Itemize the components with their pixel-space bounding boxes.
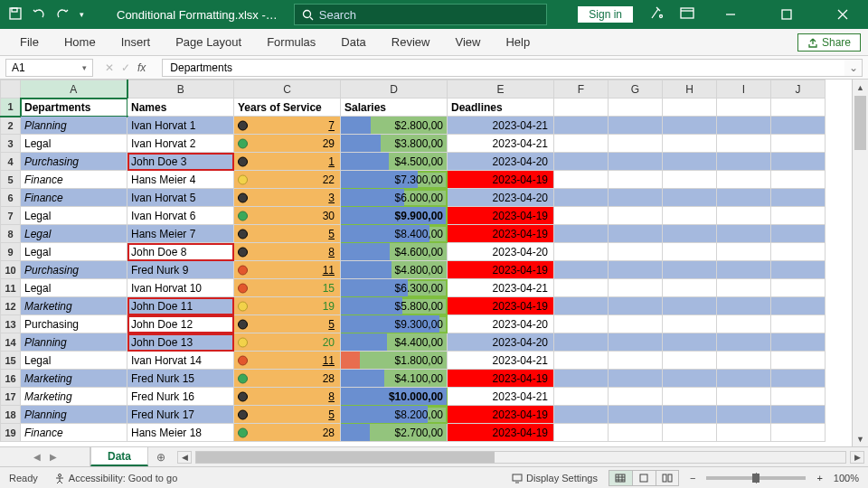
empty-cell[interactable]	[717, 333, 771, 352]
scroll-right-icon[interactable]: ▶	[850, 451, 864, 464]
cell-salary[interactable]: $9.900,00	[341, 207, 448, 225]
row-header-12[interactable]: 12	[1, 297, 21, 315]
empty-cell[interactable]	[609, 279, 663, 297]
display-settings[interactable]: Display Settings	[512, 473, 598, 483]
cell-years[interactable]: 1	[234, 153, 341, 171]
empty-cell[interactable]	[717, 424, 771, 442]
name-box[interactable]: A1▾	[5, 59, 93, 77]
empty-cell[interactable]	[717, 207, 771, 225]
ribbon-tab-insert[interactable]: Insert	[108, 29, 164, 55]
row-header-8[interactable]: 8	[1, 225, 21, 243]
empty-cell[interactable]	[771, 189, 826, 207]
cell-years[interactable]: 11	[234, 352, 341, 370]
header-years-of-service[interactable]: Years of Service	[234, 99, 341, 117]
empty-cell[interactable]	[554, 189, 609, 207]
empty-cell[interactable]	[717, 370, 771, 388]
cell-name[interactable]: John Doe 8	[127, 243, 234, 261]
cell-dept[interactable]: Planning	[21, 406, 127, 424]
empty-cell[interactable]	[717, 352, 771, 370]
col-header-E[interactable]: E	[448, 80, 554, 99]
expand-formula-bar-icon[interactable]: ⌄	[844, 59, 863, 77]
empty-cell[interactable]	[554, 207, 609, 225]
cell-deadline[interactable]: 2023-04-19	[448, 370, 554, 388]
ribbon-tab-home[interactable]: Home	[52, 29, 108, 55]
cell-salary[interactable]: $6.300,00	[341, 279, 448, 297]
cell-years[interactable]: 15	[234, 279, 341, 297]
cell-name[interactable]: John Doe 3	[127, 153, 234, 171]
zoom-in-button[interactable]: +	[816, 473, 822, 483]
cell-dept[interactable]: Legal	[21, 243, 127, 261]
cell-dept[interactable]: Purchasing	[21, 261, 127, 279]
empty-cell[interactable]	[663, 135, 717, 153]
empty-cell[interactable]	[663, 99, 717, 117]
empty-cell[interactable]	[554, 135, 609, 153]
empty-cell[interactable]	[717, 243, 771, 261]
empty-cell[interactable]	[663, 261, 717, 279]
ribbon-tab-data[interactable]: Data	[328, 29, 378, 55]
vertical-scroll-thumb[interactable]	[854, 96, 866, 150]
cell-years[interactable]: 7	[234, 117, 341, 135]
cell-dept[interactable]: Legal	[21, 135, 127, 153]
redo-icon[interactable]	[56, 7, 69, 23]
ribbon-tab-view[interactable]: View	[442, 29, 493, 55]
cell-deadline[interactable]: 2023-04-19	[448, 406, 554, 424]
empty-cell[interactable]	[554, 315, 609, 333]
cell-name[interactable]: Fred Nurk 15	[127, 370, 234, 388]
col-header-J[interactable]: J	[771, 80, 826, 99]
empty-cell[interactable]	[771, 117, 826, 135]
cell-deadline[interactable]: 2023-04-19	[448, 261, 554, 279]
row-header-17[interactable]: 17	[1, 388, 21, 406]
cell-name[interactable]: Hans Meier 18	[127, 424, 234, 442]
cell-salary[interactable]: $8.200,00	[341, 406, 448, 424]
zoom-slider[interactable]	[706, 476, 806, 480]
row-header-2[interactable]: 2	[1, 117, 21, 135]
cell-name[interactable]: John Doe 13	[127, 333, 234, 352]
empty-cell[interactable]	[554, 117, 609, 135]
empty-cell[interactable]	[609, 352, 663, 370]
empty-cell[interactable]	[554, 225, 609, 243]
cell-dept[interactable]: Finance	[21, 424, 127, 442]
horizontal-scrollbar[interactable]	[195, 451, 846, 464]
col-header-B[interactable]: B	[127, 80, 234, 99]
cell-dept[interactable]: Planning	[21, 333, 127, 352]
scroll-down-icon[interactable]: ▼	[853, 431, 868, 446]
cell-dept[interactable]: Finance	[21, 171, 127, 189]
empty-cell[interactable]	[771, 171, 826, 189]
cell-years[interactable]: 5	[234, 225, 341, 243]
empty-cell[interactable]	[554, 279, 609, 297]
cell-years[interactable]: 19	[234, 297, 341, 315]
row-header-16[interactable]: 16	[1, 370, 21, 388]
cell-salary[interactable]: $4.400,00	[341, 333, 448, 352]
empty-cell[interactable]	[771, 153, 826, 171]
cell-deadline[interactable]: 2023-04-21	[448, 388, 554, 406]
cell-years[interactable]: 22	[234, 171, 341, 189]
share-button[interactable]: Share	[797, 33, 861, 52]
cancel-formula-icon[interactable]: ✕	[105, 61, 114, 74]
ribbon-tab-review[interactable]: Review	[379, 29, 443, 55]
empty-cell[interactable]	[663, 189, 717, 207]
empty-cell[interactable]	[554, 424, 609, 442]
col-header-D[interactable]: D	[341, 80, 448, 99]
sheet-tab-data[interactable]: Data	[90, 447, 148, 466]
empty-cell[interactable]	[771, 243, 826, 261]
empty-cell[interactable]	[609, 135, 663, 153]
row-header-9[interactable]: 9	[1, 243, 21, 261]
empty-cell[interactable]	[609, 243, 663, 261]
cell-years[interactable]: 20	[234, 333, 341, 352]
cell-dept[interactable]: Purchasing	[21, 315, 127, 333]
empty-cell[interactable]	[771, 424, 826, 442]
page-layout-view-button[interactable]	[632, 470, 656, 486]
cell-dept[interactable]: Finance	[21, 189, 127, 207]
cell-dept[interactable]: Marketing	[21, 388, 127, 406]
col-header-G[interactable]: G	[609, 80, 663, 99]
spreadsheet-grid[interactable]: ABCDEFGHIJ1DepartmentsNamesYears of Serv…	[0, 80, 852, 446]
empty-cell[interactable]	[663, 388, 717, 406]
empty-cell[interactable]	[609, 117, 663, 135]
empty-cell[interactable]	[771, 99, 826, 117]
empty-cell[interactable]	[554, 171, 609, 189]
empty-cell[interactable]	[663, 424, 717, 442]
empty-cell[interactable]	[663, 243, 717, 261]
page-break-view-button[interactable]	[656, 470, 679, 486]
cell-years[interactable]: 29	[234, 135, 341, 153]
row-header-7[interactable]: 7	[1, 207, 21, 225]
